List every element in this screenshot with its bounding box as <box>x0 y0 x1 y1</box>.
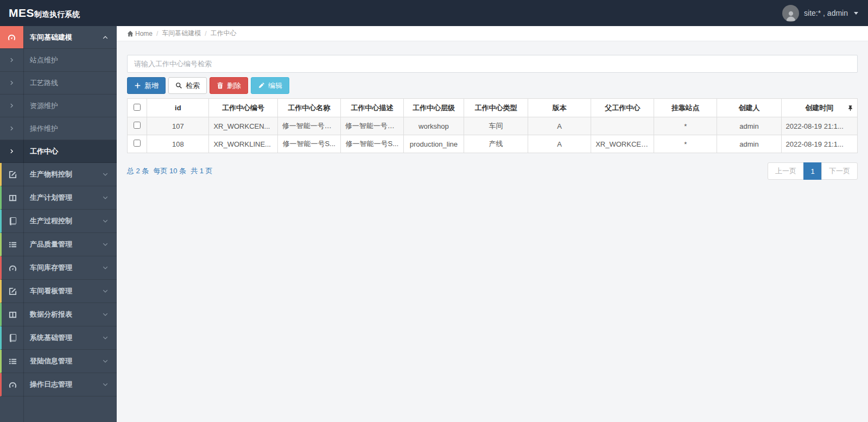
sidebar-subitem-process-route[interactable]: 工艺路线 <box>0 72 117 95</box>
pagination-summary: 总 2 条 每页 10 条 共 1 页 <box>127 166 213 176</box>
sidebar-item-workshop-modeling[interactable]: 车间基础建模 <box>0 26 117 49</box>
cell-name: 修一智能一号S... <box>277 135 340 153</box>
column-header-id[interactable]: id <box>147 99 209 117</box>
row-select-cell <box>128 135 147 153</box>
work-center-search-input[interactable] <box>127 55 858 73</box>
column-header-creator[interactable]: 创建人 <box>717 99 781 117</box>
pagination-controls: 上一页 1 下一页 <box>768 162 858 180</box>
add-button-label: 新增 <box>144 81 159 91</box>
select-all-checkbox[interactable] <box>134 104 141 111</box>
sidebar-item-kanban-management[interactable]: 车间看板管理 <box>0 280 117 303</box>
sidebar-item-plan-management[interactable]: 生产计划管理 <box>0 186 117 210</box>
chevron-right-icon <box>0 95 23 117</box>
list-icon <box>2 233 23 256</box>
chevron-right-icon <box>0 117 23 140</box>
user-avatar <box>782 5 799 22</box>
cell-creator: admin <box>717 135 781 153</box>
trash-icon <box>217 82 224 89</box>
chevron-down-icon <box>103 240 108 249</box>
search-button-label: 检索 <box>186 81 200 91</box>
prev-page-button[interactable]: 上一页 <box>768 162 804 180</box>
sidebar-subitem-operation-maintenance[interactable]: 操作维护 <box>0 117 117 140</box>
cell-station: * <box>654 135 717 153</box>
column-header-level[interactable]: 工作中心层级 <box>403 99 464 117</box>
cell-id: 108 <box>147 135 209 153</box>
cell-parent <box>591 117 654 135</box>
work-center-table: id 工作中心编号 工作中心名称 工作中心描述 工作中心层级 工作中心类型 版本… <box>127 98 858 153</box>
column-header-type[interactable]: 工作中心类型 <box>464 99 528 117</box>
columns-icon <box>2 186 23 209</box>
sidebar-subitem-label: 工艺路线 <box>23 78 58 88</box>
sidebar-item-system-management[interactable]: 系统基础管理 <box>0 326 117 350</box>
pencil-square-icon <box>2 163 23 186</box>
column-header-parent[interactable]: 父工作中心 <box>591 99 654 117</box>
chevron-down-icon <box>103 310 108 319</box>
table-row[interactable]: 108 XR_WORKLINE... 修一智能一号S... 修一智能一号S...… <box>128 135 858 153</box>
brand-bold: MES <box>9 7 34 20</box>
edit-button[interactable]: 编辑 <box>251 77 289 94</box>
sidebar: 车间基础建模 站点维护 工艺路线 资源维护 操作维护 工作中心 生产物料控 <box>0 26 117 422</box>
pagination-bar: 总 2 条 每页 10 条 共 1 页 上一页 1 下一页 <box>127 162 858 180</box>
pencil-square-icon <box>2 280 23 303</box>
edit-button-label: 编辑 <box>268 81 282 91</box>
chevron-down-icon <box>103 263 108 273</box>
sidebar-subitem-station-maintenance[interactable]: 站点维护 <box>0 49 117 72</box>
app-brand: MES制造执行系统 <box>9 7 80 20</box>
cell-created: 2022-08-19 21:1... <box>781 135 857 153</box>
cell-id: 107 <box>147 117 209 135</box>
search-button[interactable]: 检索 <box>168 77 207 94</box>
cell-station: * <box>654 117 717 135</box>
column-header-created[interactable]: 创建时间 <box>781 99 857 117</box>
add-button[interactable]: 新增 <box>127 77 166 94</box>
sidebar-item-login-info-management[interactable]: 登陆信息管理 <box>0 350 117 373</box>
person-icon <box>785 10 797 22</box>
chevron-down-icon <box>103 356 108 366</box>
sidebar-subitem-label: 操作维护 <box>23 124 58 134</box>
breadcrumb-separator: / <box>205 30 206 37</box>
chevron-right-icon <box>0 49 23 71</box>
table-row[interactable]: 107 XR_WORKCEN... 修一智能一号车间 修一智能一号车间 work… <box>128 117 858 135</box>
sidebar-item-label: 数据分析报表 <box>23 310 103 319</box>
gauge-icon <box>2 373 23 396</box>
page-number-button[interactable]: 1 <box>803 162 822 180</box>
user-label: site:* , admin <box>804 9 848 17</box>
search-icon <box>175 82 182 89</box>
column-header-name[interactable]: 工作中心名称 <box>277 99 340 117</box>
caret-down-icon <box>854 12 858 15</box>
pagination-total: 总 2 条 <box>127 166 149 176</box>
sidebar-item-label: 生产过程控制 <box>23 216 103 226</box>
row-checkbox[interactable] <box>134 140 141 147</box>
sidebar-item-operation-log-management[interactable]: 操作日志管理 <box>0 373 117 396</box>
sidebar-item-analysis-reports[interactable]: 数据分析报表 <box>0 303 117 326</box>
cell-desc: 修一智能一号车间 <box>340 117 403 135</box>
column-header-station[interactable]: 挂靠站点 <box>654 99 717 117</box>
user-menu[interactable]: site:* , admin <box>782 5 858 22</box>
pagination-per-page: 每页 10 条 <box>153 166 186 176</box>
column-header-code[interactable]: 工作中心编号 <box>209 99 277 117</box>
chevron-down-icon <box>103 216 108 226</box>
cell-version: A <box>528 135 591 153</box>
sidebar-item-label: 生产物料控制 <box>23 169 103 179</box>
sidebar-subitem-work-center[interactable]: 工作中心 <box>0 140 117 163</box>
chevron-right-icon <box>0 72 23 94</box>
delete-button[interactable]: 删除 <box>210 77 248 94</box>
sidebar-item-label: 登陆信息管理 <box>23 356 103 366</box>
breadcrumb: Home / 车间基础建模 / 工作中心 <box>117 26 868 41</box>
next-page-button[interactable]: 下一页 <box>821 162 858 180</box>
column-header-version[interactable]: 版本 <box>528 99 591 117</box>
row-checkbox[interactable] <box>134 122 141 129</box>
sidebar-item-quality-management[interactable]: 产品质量管理 <box>0 233 117 256</box>
sidebar-subitem-label: 工作中心 <box>23 147 58 156</box>
sidebar-subitem-resource-maintenance[interactable]: 资源维护 <box>0 95 117 117</box>
cell-code: XR_WORKLINE... <box>209 135 277 153</box>
pushpin-icon[interactable] <box>847 105 853 111</box>
sidebar-item-inventory-management[interactable]: 车间库存管理 <box>0 256 117 280</box>
column-header-desc[interactable]: 工作中心描述 <box>340 99 403 117</box>
chevron-up-icon <box>103 33 108 42</box>
sidebar-item-material-control[interactable]: 生产物料控制 <box>0 163 117 186</box>
breadcrumb-home-link[interactable]: Home <box>127 30 153 37</box>
chevron-down-icon <box>103 286 108 296</box>
sidebar-item-label: 车间基础建模 <box>23 33 103 42</box>
sidebar-item-process-control[interactable]: 生产过程控制 <box>0 210 117 233</box>
row-select-cell <box>128 117 147 135</box>
